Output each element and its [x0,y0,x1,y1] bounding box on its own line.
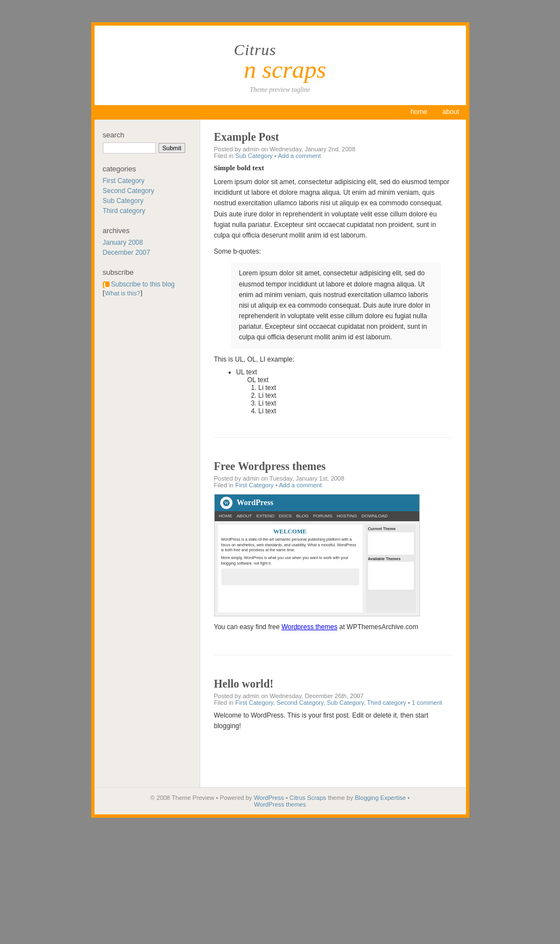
archive-link[interactable]: December 2007 [103,249,150,256]
list-item: First Category [103,176,191,185]
add-comment-link[interactable]: Add a comment [279,482,321,488]
list-item: Li text [259,399,452,407]
nav-about[interactable]: about [435,105,465,118]
archives-section: archives January 2008 December 2007 [103,226,191,257]
wp-ready-section [221,569,359,585]
search-label: search [103,131,191,139]
post-list-section: This is UL, OL, LI example: UL text OL t… [214,354,452,415]
categories-list: First Category Second Category Sub Categ… [103,176,191,215]
category-link[interactable]: Third category [103,207,146,215]
post-paragraph: Lorem ipsum dolor sit amet, consectetur … [214,177,452,241]
search-section: search Search [103,131,191,154]
post-bold-text: Simple bold text [214,164,452,172]
filed-in-label: Filed in [214,699,234,706]
footer-theme-by: theme by [328,794,353,801]
list-item: UL text OL text Li text Li text Li text … [236,368,452,415]
post-date: Posted by admin on Wednesday, January 2n… [214,146,356,152]
wp-main-col: WELCOME WordPress is a state-of-the-art … [218,525,363,612]
wp-nav-item: DOWNLOAD [361,513,388,518]
filed-in-label: Filed in [214,152,234,159]
post-blockquote: Lorem ipsum dolor sit amet, consectetur … [231,263,441,348]
footer-sep1: • [286,794,288,801]
category-link[interactable]: Sub Category [327,699,364,706]
post-example: Example Post Posted by admin on Wednesda… [214,131,452,438]
sidebar: search Search categories First Category … [95,120,200,787]
search-button[interactable]: Search [158,143,185,153]
list-item: Third category [103,206,191,215]
wp-nav-item: DOCS [279,513,292,518]
wp-nav-item: HOSTING [337,513,357,518]
archives-label: archives [103,226,191,235]
archives-list: January 2008 December 2007 [103,238,191,257]
filed-in-label: Filed in [214,482,234,488]
post-meta: Posted by admin on Wednesday, December 2… [214,693,452,706]
post-category-link[interactable]: Sub Category [235,152,272,159]
site-wrapper: Citrus n scraps Theme preview tagline ho… [91,22,469,818]
list-label: This is UL, OL, LI example: [214,354,452,365]
category-link[interactable]: Third category [367,699,406,706]
footer-wp-themes-link[interactable]: WordPress themes [254,801,306,808]
site-title-citrus: Citrus [234,42,326,58]
nav-home[interactable]: home [404,105,434,118]
subscribe-link[interactable]: Subscribe to this blog [111,280,175,288]
what-is-this-row: [What is this?] [103,289,191,298]
post-paragraph: Welcome to WordPress. This is your first… [214,710,452,732]
footer-citrus-link[interactable]: Citrus Scraps [290,794,326,801]
site-nav: home about [95,105,466,118]
search-input[interactable] [103,142,156,154]
footer-wordpress-link[interactable]: WordPress [254,794,284,801]
wp-nav-item: FORUMS [313,513,333,518]
post-date: Posted by admin on Wednesday, December 2… [214,693,364,699]
ol-list: OL text Li text Li text Li text Li text [247,376,452,415]
bquotes-label: Some b-quotes: [214,246,452,257]
wp-more-text: More simply, WordPress is what you use w… [221,555,359,566]
wp-logo: W [220,497,232,509]
wp-nav: HOME ABOUT EXTEND DOCS BLOG FORUMS HOSTI… [215,511,419,521]
list-item: OL text Li text Li text Li text Li text [247,376,452,415]
svg-text:W: W [224,501,229,506]
list-item: Li text [259,392,452,399]
wp-theme-preview [368,532,414,555]
post-title: Free Wordpress themes [214,460,452,473]
list-item: Li text [259,384,452,392]
wp-current-theme: Current Theme [368,527,414,531]
footer-sep2: • [408,794,410,801]
category-link[interactable]: Sub Category [103,197,143,205]
site-title-block: Citrus n scraps [234,42,326,82]
wp-body-text: WordPress is a state-of-the-art semantic… [221,537,359,553]
category-link[interactable]: Second Category [103,187,155,195]
li-list: Li text Li text Li text Li text [259,384,452,415]
comments-link[interactable]: 1 comment [412,699,442,706]
site-title-scraps: n scraps [244,58,326,82]
footer-blogging-link[interactable]: Blogging Expertise [355,794,406,801]
subscribe-label: subscribe [103,268,191,276]
category-link[interactable]: First Category [235,699,273,706]
categories-label: categories [103,165,191,173]
wp-nav-item: EXTEND [256,513,274,518]
wp-themes-link[interactable]: Wordpress themes [281,623,337,631]
post-wordpress: Free Wordpress themes Posted by admin on… [214,460,452,655]
wp-themes-list [368,562,414,590]
wp-nav-item: HOME [219,513,232,518]
post-hello-world: Hello world! Posted by admin on Wednesda… [214,678,452,754]
add-comment-link[interactable]: Add a comment [278,152,321,159]
site-header: Citrus n scraps Theme preview tagline [95,26,466,105]
archive-link[interactable]: January 2008 [103,239,143,246]
rss-icon [103,281,110,288]
subscribe-row: Subscribe to this blog [103,280,191,289]
list-item: Li text [259,407,452,415]
site-body: search Search categories First Category … [95,118,466,787]
wp-sidebar-col: Current Theme Available Themes [366,525,416,612]
wp-nav-item: ABOUT [237,513,252,518]
post-date: Posted by admin on Tuesday, January 1st,… [214,475,345,482]
category-link[interactable]: Second Category [276,699,323,706]
wordpress-icon: W [222,499,230,507]
wp-available-themes: Available Themes [368,557,414,561]
category-link[interactable]: First Category [103,177,145,185]
main-content: Example Post Posted by admin on Wednesda… [200,120,466,787]
post-meta: Posted by admin on Tuesday, January 1st,… [214,475,452,488]
list-item: Sub Category [103,196,191,205]
post-category-link[interactable]: First Category [235,482,274,488]
list-item: Second Category [103,186,191,195]
what-is-this-link[interactable]: What is this? [105,290,140,296]
